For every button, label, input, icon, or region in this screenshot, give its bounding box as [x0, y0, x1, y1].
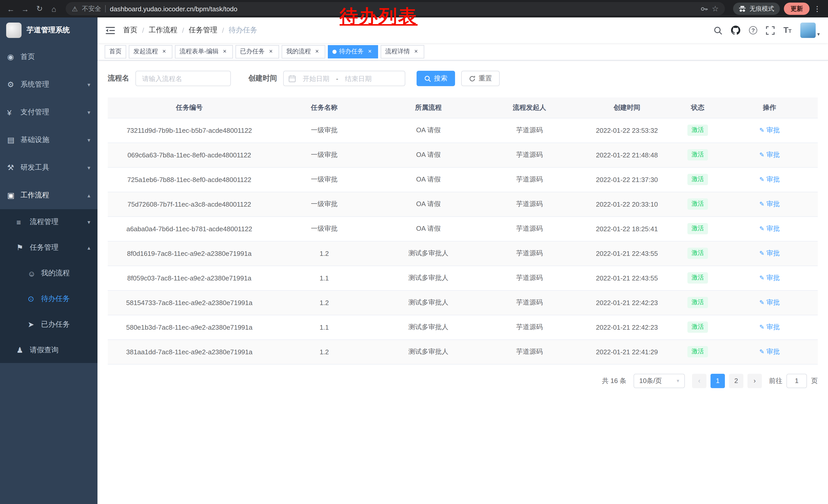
yen-icon: ¥: [7, 108, 20, 117]
approve-link[interactable]: ✎审批: [759, 150, 780, 159]
sidebar-item-label: 支付管理: [20, 108, 85, 117]
create-time-range-picker[interactable]: -: [283, 71, 405, 86]
caret-down-icon: ▾: [817, 31, 820, 38]
forward-icon[interactable]: →: [18, 2, 32, 15]
top-navbar: 首页/工作流程/任务管理/待办任务 ? TT: [97, 17, 828, 43]
approve-link-label: 审批: [767, 249, 780, 258]
fullscreen-icon[interactable]: [766, 26, 775, 35]
cell-status: 激活: [674, 241, 721, 266]
breadcrumb-item[interactable]: 任务管理: [189, 26, 217, 35]
end-date-input[interactable]: [340, 75, 377, 82]
sidebar-item-leave-query[interactable]: ♟请假查询: [0, 337, 97, 363]
help-icon[interactable]: ?: [749, 26, 757, 34]
close-icon[interactable]: ×: [267, 48, 275, 55]
tab-form-edit[interactable]: 流程表单-编辑×: [175, 45, 233, 58]
browser-menu-icon[interactable]: ⋮: [811, 2, 824, 15]
sidebar-item-process-mgmt[interactable]: ≡流程管理▾: [0, 209, 97, 235]
page-size-value: 10条/页: [639, 376, 662, 385]
cell-initiator: 芋道源码: [479, 339, 580, 364]
close-icon[interactable]: ×: [161, 48, 168, 55]
page-size-select[interactable]: 10条/页 ▾: [633, 373, 685, 388]
goto-page-input[interactable]: [786, 373, 807, 388]
tab-process-detail[interactable]: 流程详情×: [381, 45, 424, 58]
search-button[interactable]: 搜索: [417, 71, 455, 86]
bookmark-star-icon[interactable]: ☆: [712, 4, 719, 13]
status-badge: 激活: [688, 223, 708, 234]
close-icon[interactable]: ×: [314, 48, 321, 55]
security-label: 不安全: [82, 4, 101, 13]
approve-link[interactable]: ✎审批: [759, 224, 780, 233]
tab-home[interactable]: 首页: [105, 45, 126, 58]
github-icon[interactable]: [731, 26, 740, 35]
table-row: 069c6a63-7b8a-11ec-8ef0-acde48001122一级审批…: [108, 142, 818, 167]
breadcrumb-item[interactable]: 工作流程: [149, 26, 177, 35]
chevron-down-icon: ▾: [677, 378, 679, 383]
font-size-large-glyph: T: [783, 26, 788, 34]
reset-button[interactable]: 重置: [461, 71, 500, 86]
cell-initiator: 芋道源码: [479, 266, 580, 290]
key-icon[interactable]: [700, 5, 708, 12]
status-badge: 激活: [688, 248, 708, 259]
cell-status: 激活: [674, 266, 721, 290]
approve-link[interactable]: ✎审批: [759, 126, 780, 135]
sidebar-item-devtools[interactable]: ⚒研发工具▾: [0, 154, 97, 182]
approve-link[interactable]: ✎审批: [759, 273, 780, 282]
page-button-2[interactable]: 2: [729, 373, 743, 388]
user-menu[interactable]: ▾: [800, 22, 820, 38]
app-window: 芋道管理系统 ◉首页⚙系统管理▾¥支付管理▾▤基础设施▾⚒研发工具▾▣工作流程▴…: [0, 17, 828, 504]
cell-task-id: a6aba0a4-7b6d-11ec-b781-acde48001122: [108, 216, 271, 241]
font-size-icon[interactable]: TT: [783, 26, 792, 34]
logo[interactable]: 芋道管理系统: [0, 17, 97, 43]
sidebar-item-task-mgmt[interactable]: ⚑任务管理▴: [0, 235, 97, 261]
edit-pencil-icon: ✎: [759, 127, 764, 134]
close-icon[interactable]: ×: [366, 48, 373, 55]
process-name-input[interactable]: [135, 71, 231, 86]
sidebar-item-infrastructure[interactable]: ▤基础设施▾: [0, 126, 97, 154]
update-button[interactable]: 更新: [784, 3, 810, 15]
cell-create-time: 2022-01-21 22:42:23: [580, 290, 674, 315]
cell-create-time: 2022-01-22 23:53:32: [580, 118, 674, 142]
sidebar-item-payment[interactable]: ¥支付管理▾: [0, 98, 97, 126]
column-header: 任务名称: [271, 97, 378, 118]
breadcrumb-item[interactable]: 首页: [123, 26, 137, 35]
approve-link[interactable]: ✎审批: [759, 322, 780, 332]
approve-link[interactable]: ✎审批: [759, 175, 780, 184]
approve-link[interactable]: ✎审批: [759, 347, 780, 356]
reset-button-label: 重置: [479, 74, 492, 83]
table-row: a6aba0a4-7b6d-11ec-b781-acde48001122一级审批…: [108, 216, 818, 241]
search-icon[interactable]: [714, 26, 722, 35]
cell-process-name: 测试多审批人: [378, 315, 479, 339]
approve-link[interactable]: ✎审批: [759, 249, 780, 258]
sidebar-item-my-process[interactable]: ☺我的流程: [0, 261, 97, 286]
close-icon[interactable]: ×: [412, 48, 420, 55]
pagination: 共 16 条 10条/页 ▾ ‹12› 前往 页: [108, 373, 818, 388]
incognito-label: 无痕模式: [749, 4, 774, 13]
tab-my-process[interactable]: 我的流程×: [282, 45, 325, 58]
tab-todo-task[interactable]: 待办任务×: [328, 45, 378, 58]
reload-icon[interactable]: ↻: [33, 2, 46, 15]
status-badge: 激活: [688, 346, 708, 357]
cell-actions: ✎审批: [721, 192, 818, 216]
status-badge: 激活: [688, 198, 708, 210]
cell-task-name: 一级审批: [271, 192, 378, 216]
sidebar-item-todo-task[interactable]: ⊙待办任务: [0, 286, 97, 312]
sidebar-item-system[interactable]: ⚙系统管理▾: [0, 71, 97, 98]
collapse-sidebar-icon[interactable]: [106, 27, 115, 34]
approve-link-label: 审批: [767, 199, 780, 209]
prev-page-button[interactable]: ‹: [692, 373, 706, 388]
sidebar-item-home[interactable]: ◉首页: [0, 43, 97, 71]
sidebar-item-workflow[interactable]: ▣工作流程▴: [0, 182, 97, 209]
home-icon[interactable]: ⌂: [47, 2, 60, 15]
tab-start-process[interactable]: 发起流程×: [129, 45, 172, 58]
close-icon[interactable]: ×: [221, 48, 228, 55]
person-icon: ♟: [16, 346, 30, 355]
next-page-button[interactable]: ›: [747, 373, 762, 388]
approve-link[interactable]: ✎审批: [759, 199, 780, 209]
sidebar-item-done-task[interactable]: ➤已办任务: [0, 312, 97, 337]
approve-link[interactable]: ✎审批: [759, 298, 780, 307]
start-date-input[interactable]: [297, 75, 334, 82]
tab-done-task[interactable]: 已办任务×: [236, 45, 279, 58]
back-icon[interactable]: ←: [4, 2, 17, 15]
page-button-1[interactable]: 1: [710, 373, 725, 388]
tab-label: 我的流程: [286, 47, 311, 56]
